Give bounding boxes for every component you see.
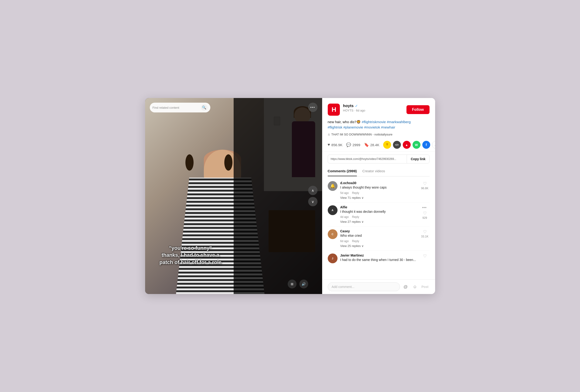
comment-text: I always thought they wore caps <box>340 185 418 190</box>
post-caption: new hair, who dis?🦁 #flightriskmovie #ma… <box>322 119 435 133</box>
comment-item: J Javier Martinez I had to do the same t… <box>328 251 430 266</box>
comment-like: ♡ <box>420 254 430 263</box>
like-count: 33.1K <box>421 235 428 238</box>
chevron-icon: ∨ <box>362 196 364 199</box>
tab-comments[interactable]: Comments (2999) <box>328 166 357 176</box>
comment-input-row: @ ☺ Post <box>322 279 435 294</box>
more-options-icon[interactable]: ••• <box>422 205 427 210</box>
tabs-row: Comments (2999) Creator videos <box>328 166 430 177</box>
tab-creator-videos[interactable]: Creator videos <box>362 166 385 176</box>
comment-item: A Alfie I thought it was declan donnelly… <box>328 202 430 227</box>
app-container: Find related content 🔍 ••• ∧ ∨ "you're s… <box>145 98 435 294</box>
share-whatsapp-button[interactable]: W <box>413 141 421 149</box>
account-name-row: hoyts ✓ <box>343 103 403 108</box>
verified-icon: ✓ <box>355 104 358 108</box>
comment-author[interactable]: Javier Martinez <box>340 254 418 257</box>
hashtag-6[interactable]: #newhair <box>381 125 395 129</box>
time-ago: 6d ago <box>356 109 365 112</box>
like-heart-icon[interactable]: ♡ <box>423 254 427 259</box>
comment-meta: 6d ago Reply <box>340 240 418 243</box>
reply-button[interactable]: Reply <box>352 215 359 219</box>
like-heart-icon[interactable]: ♡ <box>423 211 427 216</box>
comment-stat-icon: 💬 <box>346 142 351 147</box>
comment-author[interactable]: Casey <box>340 229 418 233</box>
share-arrow-icon: ↗ <box>435 143 435 147</box>
copy-link-button[interactable]: Copy link <box>407 155 429 163</box>
post-header: H hoyts ✓ HOYTS · 6d ago Follow <box>322 98 435 119</box>
search-bar[interactable]: Find related content 🔍 <box>150 103 210 112</box>
share-arrow-button[interactable]: ↗ <box>432 141 435 149</box>
share-embed-button[interactable]: </> <box>393 141 401 149</box>
more-menu-button[interactable]: ••• <box>308 103 317 112</box>
search-placeholder: Find related content <box>152 106 199 109</box>
like-heart-icon[interactable]: ♡ <box>423 229 427 234</box>
view-replies-button[interactable]: View 71 replies ∨ <box>340 196 418 199</box>
heart-stat-icon: ♥ <box>328 142 330 147</box>
comment-time: 5d ago <box>340 191 349 195</box>
post-comment-button[interactable]: Post <box>421 285 429 289</box>
follow-button[interactable]: Follow <box>407 105 430 114</box>
emoji-icon: ☺ <box>413 285 417 289</box>
logo-letter: H <box>331 106 336 113</box>
avatar: A <box>328 205 337 215</box>
music-text: THAT IM SO DOWWWWNNN - nottotallysure <box>331 133 392 136</box>
comment-item: 🔔 d.ochoa30 I always thought they wore c… <box>328 178 430 202</box>
search-icon: 🔍 <box>202 105 206 110</box>
hashtag-1[interactable]: #flightriskmovie <box>362 120 387 124</box>
comment-meta: 4d ago Reply <box>340 215 418 219</box>
comment-author[interactable]: d.ochoa30 <box>340 181 418 185</box>
view-replies-button[interactable]: View 27 replies ∨ <box>340 220 418 223</box>
saves-count: 28.4K <box>370 143 379 147</box>
comment-input[interactable] <box>328 282 400 291</box>
share-icons: ₸ </> ▲ W f ↗ <box>383 141 435 149</box>
video-caption: "you're so funny" thanks, I had to shave… <box>157 245 224 266</box>
like-count: 929 <box>422 216 427 219</box>
bell-icon: 🔔 <box>330 184 335 189</box>
chevron-up-icon: ∧ <box>311 188 314 193</box>
stats-row: ♥ 856.9K 💬 2999 🔖 28.4K ₸ </> ▲ <box>322 139 435 152</box>
avatar: C <box>328 229 337 239</box>
nav-arrows: ∧ ∨ <box>308 186 317 206</box>
share-repost-button[interactable]: ▲ <box>403 141 411 149</box>
repost-icon: ▲ <box>405 143 408 147</box>
hair-right <box>224 154 232 171</box>
reply-button[interactable]: Reply <box>352 240 359 243</box>
reply-button[interactable]: Reply <box>352 191 359 195</box>
hashtag-3[interactable]: #flightrisk <box>328 125 344 129</box>
tiktok-coin-icon: ₸ <box>386 143 388 146</box>
account-name[interactable]: hoyts <box>343 103 354 108</box>
comment-text: I had to do the same thing when I turned… <box>340 258 418 262</box>
comment-body: Javier Martinez I had to do the same thi… <box>340 254 418 263</box>
at-icon-button[interactable]: @ <box>402 283 409 291</box>
screenshot-button[interactable]: ⊞ <box>288 280 296 289</box>
hashtag-4[interactable]: #planemovie <box>343 125 364 129</box>
screenshot-icon: ⊞ <box>291 282 293 286</box>
nav-up-button[interactable]: ∧ <box>308 186 317 195</box>
share-tiktok-coin-button[interactable]: ₸ <box>383 141 391 149</box>
comment-text: Who else cried <box>340 233 418 238</box>
likes-stat: ♥ 856.9K <box>328 142 343 147</box>
comment-time: 6d ago <box>340 240 349 243</box>
whatsapp-icon: W <box>415 143 418 147</box>
hashtag-2[interactable]: #markwahlberg <box>387 120 411 124</box>
view-replies-button[interactable]: View 25 replies ∨ <box>340 244 418 248</box>
url-bar: https://www.tiktok.com/@hoyts/video/7462… <box>328 155 430 163</box>
comment-text: I thought it was declan donnelly <box>340 209 418 214</box>
share-facebook-button[interactable]: f <box>422 141 430 149</box>
comment-author[interactable]: Alfie <box>340 205 418 209</box>
avatar: 🔔 <box>328 181 337 191</box>
search-button[interactable]: 🔍 <box>201 104 208 111</box>
avatar: J <box>328 254 337 263</box>
hashtag-5[interactable]: #movietok <box>364 125 381 129</box>
info-panel: H hoyts ✓ HOYTS · 6d ago Follow new hair… <box>322 98 435 294</box>
chevron-down-icon: ∨ <box>311 199 314 204</box>
saves-stat: 🔖 28.4K <box>364 142 379 147</box>
comment-like: ••• ♡ 929 <box>420 205 430 224</box>
comment-meta: 5d ago Reply <box>340 191 418 195</box>
video-panel: Find related content 🔍 ••• ∧ ∨ "you're s… <box>145 98 322 294</box>
like-count: 96.8K <box>421 187 428 190</box>
nav-down-button[interactable]: ∨ <box>308 197 317 206</box>
volume-button[interactable]: 🔊 <box>299 280 308 289</box>
emoji-button[interactable]: ☺ <box>411 283 419 291</box>
like-heart-icon[interactable]: ♡ <box>423 181 427 186</box>
